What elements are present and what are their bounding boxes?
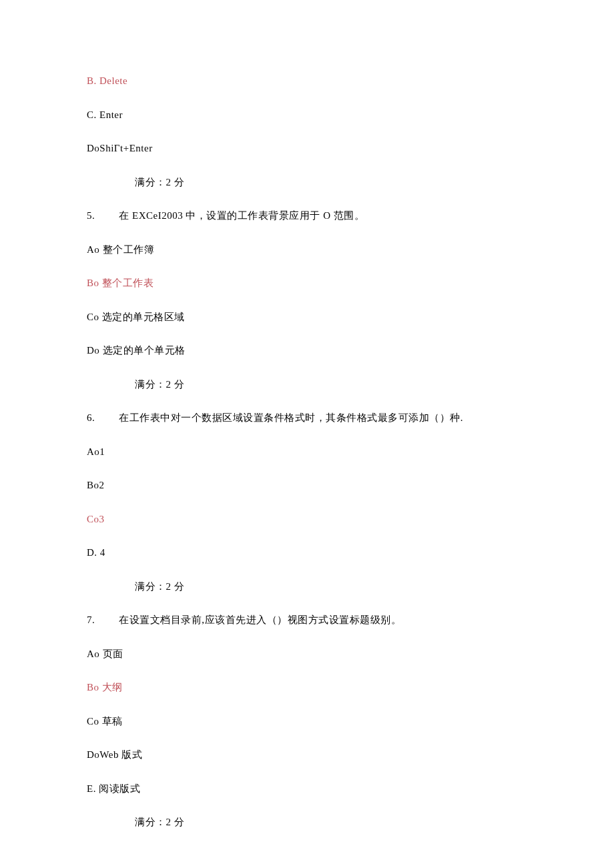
q6-text: 在工作表中对一个数据区域设置条件格式时，其条件格式最多可添加（）种. — [119, 412, 463, 423]
q7-option-e: E. 阅读版式 — [87, 781, 527, 797]
q5-text: 在 EXCeI2003 中，设置的工作表背景应用于 O 范围。 — [119, 210, 364, 221]
q7-option-b: Bo 大纲 — [87, 680, 527, 695]
q5-option-d: Do 选定的单个单元格 — [87, 343, 527, 358]
q4-option-b: B. Delete — [87, 73, 527, 89]
q5-option-a: Ao 整个工作簿 — [87, 242, 527, 258]
document-page: B. Delete C. Enter DoShiΓt+Enter 满分：2 分 … — [0, 0, 614, 868]
q7-stem: 7. 在设置文档目录前,应该首先进入（）视图方式设置标题级别。 — [87, 612, 527, 628]
q7-option-d: DoWeb 版式 — [87, 747, 527, 763]
q6-option-d: D. 4 — [87, 545, 527, 560]
q6-number: 6. — [87, 410, 116, 426]
q6-option-b: Bo2 — [87, 478, 527, 493]
q6-option-c: Co3 — [87, 512, 527, 527]
q7-number: 7. — [87, 612, 116, 628]
q5-option-b: Bo 整个工作表 — [87, 276, 527, 291]
q7-text: 在设置文档目录前,应该首先进入（）视图方式设置标题级别。 — [119, 614, 401, 625]
q5-number: 5. — [87, 208, 116, 224]
q4-option-c: C. Enter — [87, 107, 527, 123]
q4-score: 满分：2 分 — [87, 175, 527, 190]
q7-score: 满分：2 分 — [87, 815, 527, 830]
q6-score: 满分：2 分 — [87, 579, 527, 594]
q6-stem: 6. 在工作表中对一个数据区域设置条件格式时，其条件格式最多可添加（）种. — [87, 410, 527, 426]
q6-option-a: Ao1 — [87, 444, 527, 460]
q7-option-c: Co 草稿 — [87, 714, 527, 729]
q5-stem: 5. 在 EXCeI2003 中，设置的工作表背景应用于 O 范围。 — [87, 208, 527, 224]
q5-option-c: Co 选定的单元格区域 — [87, 310, 527, 325]
q4-option-d: DoShiΓt+Enter — [87, 141, 527, 156]
q7-option-a: Ao 页面 — [87, 646, 527, 662]
q5-score: 满分：2 分 — [87, 377, 527, 392]
